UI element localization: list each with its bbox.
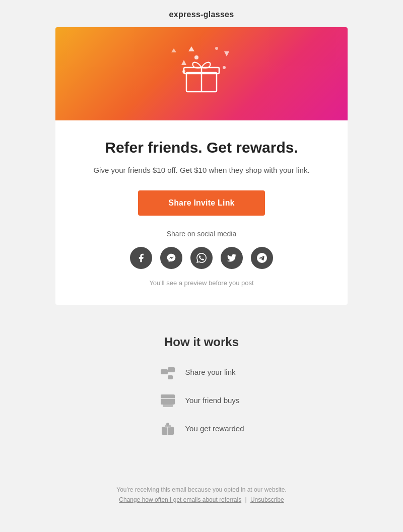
change-frequency-link[interactable]: Change how often I get emails about refe… (119, 496, 241, 503)
svg-rect-14 (168, 375, 173, 379)
messenger-icon (166, 253, 176, 263)
unsubscribe-link[interactable]: Unsubscribe (250, 496, 284, 503)
page-wrapper: express-glasses (0, 0, 403, 519)
footer-links: Change how often I get emails about refe… (76, 496, 327, 503)
hero-banner (55, 27, 348, 120)
sparkles-decoration (146, 37, 257, 108)
svg-marker-0 (188, 46, 194, 51)
svg-point-7 (223, 66, 226, 69)
svg-rect-20 (166, 423, 169, 426)
telegram-share-button[interactable] (251, 247, 273, 269)
svg-rect-13 (168, 367, 175, 372)
subtext: Give your friends $10 off. Get $10 when … (76, 165, 327, 176)
step-3-text: You get rewarded (185, 424, 244, 433)
top-bar: express-glasses (0, 0, 403, 27)
share-icon (159, 363, 177, 381)
social-icons-row (76, 247, 327, 269)
step-2-text: Your friend buys (185, 396, 239, 405)
svg-point-5 (182, 70, 185, 73)
svg-rect-12 (161, 369, 168, 374)
telegram-icon (257, 253, 267, 263)
step-1: Share your link (159, 363, 244, 381)
twitter-icon (227, 253, 237, 263)
social-label: Share on social media (76, 230, 327, 238)
step-3: You get rewarded (159, 420, 244, 438)
footer-text: You're receiving this email because you … (76, 486, 327, 493)
main-card: Refer friends. Get rewards. Give your fr… (55, 120, 348, 305)
preview-note: You'll see a preview before you post (76, 279, 327, 287)
svg-rect-16 (163, 405, 173, 407)
step-2: Your friend buys (159, 391, 244, 410)
cart-icon (159, 391, 177, 410)
svg-marker-2 (181, 60, 186, 65)
facebook-share-button[interactable] (130, 247, 152, 269)
step-1-text: Share your link (185, 368, 235, 376)
steps-list: Share your link Your friend buys (159, 363, 244, 448)
svg-point-4 (194, 55, 198, 59)
reward-icon (159, 420, 177, 438)
how-it-works-section: How it works Share your link (55, 317, 348, 468)
share-invite-link-button[interactable]: Share Invite Link (138, 190, 264, 216)
whatsapp-icon (196, 253, 207, 263)
whatsapp-share-button[interactable] (190, 247, 213, 269)
footer-separator: | (245, 496, 246, 503)
svg-point-6 (215, 47, 218, 50)
footer-section: You're receiving this email because you … (55, 476, 348, 519)
svg-rect-15 (161, 394, 175, 405)
how-it-works-title: How it works (76, 335, 327, 349)
svg-marker-1 (224, 51, 229, 56)
twitter-share-button[interactable] (221, 247, 243, 269)
messenger-share-button[interactable] (160, 247, 182, 269)
brand-name: express-glasses (169, 10, 234, 19)
facebook-icon (136, 253, 146, 263)
svg-marker-3 (171, 48, 176, 52)
headline: Refer friends. Get rewards. (76, 139, 327, 157)
